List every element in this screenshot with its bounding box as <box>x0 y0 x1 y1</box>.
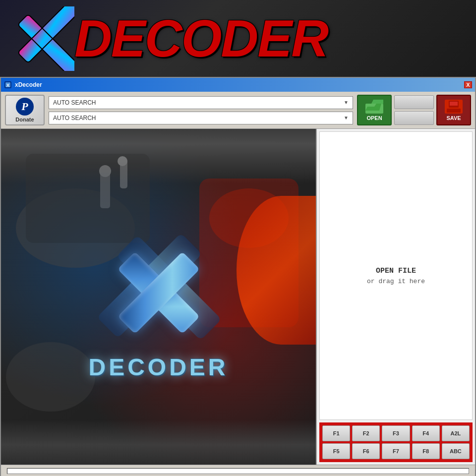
status-bar <box>1 465 475 476</box>
titlebar-left: X xDecoder <box>4 81 42 89</box>
svg-point-23 <box>118 156 127 166</box>
app-icon: X <box>4 81 12 89</box>
fn-button-f1[interactable]: F1 <box>322 425 350 441</box>
splash-background: DECODER <box>1 129 316 465</box>
mid-buttons <box>394 95 434 125</box>
fn-button-abc[interactable]: ABC <box>442 443 470 459</box>
chevron-down-icon: ▼ <box>344 115 349 120</box>
engine-bottom-decoration <box>1 420 316 465</box>
svg-marker-8 <box>365 100 383 104</box>
svg-text:X: X <box>6 83 9 88</box>
mid-button-bottom[interactable] <box>394 111 434 125</box>
save-button[interactable]: SAVE <box>436 95 471 125</box>
splash-decoder-text: DECODER <box>88 354 228 381</box>
save-file-icon <box>445 100 463 114</box>
fn-button-f3[interactable]: F3 <box>382 425 410 441</box>
dropdown-2[interactable]: AUTO SEARCH ▼ <box>49 112 353 124</box>
fn-button-a2l[interactable]: A2L <box>442 425 470 441</box>
titlebar: X xDecoder X <box>1 78 475 92</box>
save-button-label: SAVE <box>446 115 461 121</box>
open-file-icon <box>365 100 383 114</box>
dropdown-1-value: AUTO SEARCH <box>53 99 96 106</box>
fn-button-f5[interactable]: F5 <box>322 443 350 459</box>
fn-button-f2[interactable]: F2 <box>352 425 380 441</box>
open-button[interactable]: OPEN <box>357 95 392 125</box>
dropdowns-area: AUTO SEARCH ▼ AUTO SEARCH ▼ <box>49 96 353 124</box>
svg-point-22 <box>99 165 111 177</box>
banner-title: DECODER <box>74 12 328 64</box>
right-panel: OPEN FILE or drag it here F1F2F3F4A2LF5F… <box>316 129 475 465</box>
fn-button-f8[interactable]: F8 <box>412 443 440 459</box>
x-logo-icon <box>10 6 74 71</box>
titlebar-title: xDecoder <box>15 81 42 88</box>
chevron-down-icon: ▼ <box>344 100 349 105</box>
fn-button-f6[interactable]: F6 <box>352 443 380 459</box>
toolbar-buttons: OPEN SAVE <box>357 95 471 125</box>
open-button-label: OPEN <box>366 115 382 121</box>
top-banner: DECODER <box>0 0 476 77</box>
paypal-icon: P <box>16 98 34 116</box>
drop-zone[interactable]: OPEN FILE or drag it here <box>319 131 473 420</box>
toolbar: P Donate AUTO SEARCH ▼ AUTO SEARCH ▼ <box>1 92 475 129</box>
svg-rect-13 <box>447 109 461 113</box>
close-button[interactable]: X <box>464 81 472 88</box>
donate-label: Donate <box>15 117 34 122</box>
donate-button[interactable]: P Donate <box>5 95 45 125</box>
splash-panel: DECODER <box>1 129 316 465</box>
drop-zone-line2: or drag it here <box>367 278 425 285</box>
mid-button-top[interactable] <box>394 95 434 109</box>
drop-zone-line1: OPEN FILE <box>376 267 416 275</box>
fn-button-f7[interactable]: F7 <box>382 443 410 459</box>
main-content: DECODER OPEN FILE or drag it here F1F2F3… <box>1 129 475 465</box>
dropdown-1[interactable]: AUTO SEARCH ▼ <box>49 96 353 109</box>
scrollbar[interactable] <box>7 468 469 474</box>
svg-rect-12 <box>450 102 458 106</box>
fn-buttons-grid: F1F2F3F4A2LF5F6F7F8ABC <box>319 422 473 462</box>
dropdown-2-value: AUTO SEARCH <box>53 115 96 121</box>
app-window: X xDecoder X P Donate AUTO SEARCH ▼ AUTO… <box>0 77 476 476</box>
fn-button-f4[interactable]: F4 <box>412 425 440 441</box>
